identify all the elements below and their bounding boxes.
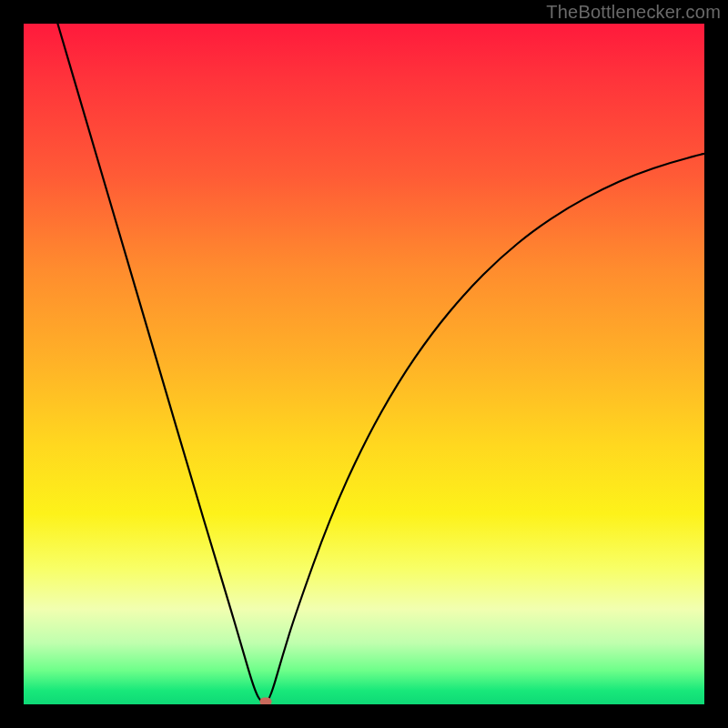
bottleneck-curve (57, 24, 704, 703)
watermark-text: TheBottlenecker.com (546, 2, 721, 23)
chart-frame: TheBottlenecker.com (0, 0, 728, 728)
curve-svg (24, 24, 704, 704)
optimum-marker (259, 698, 271, 705)
plot-area (24, 24, 704, 704)
